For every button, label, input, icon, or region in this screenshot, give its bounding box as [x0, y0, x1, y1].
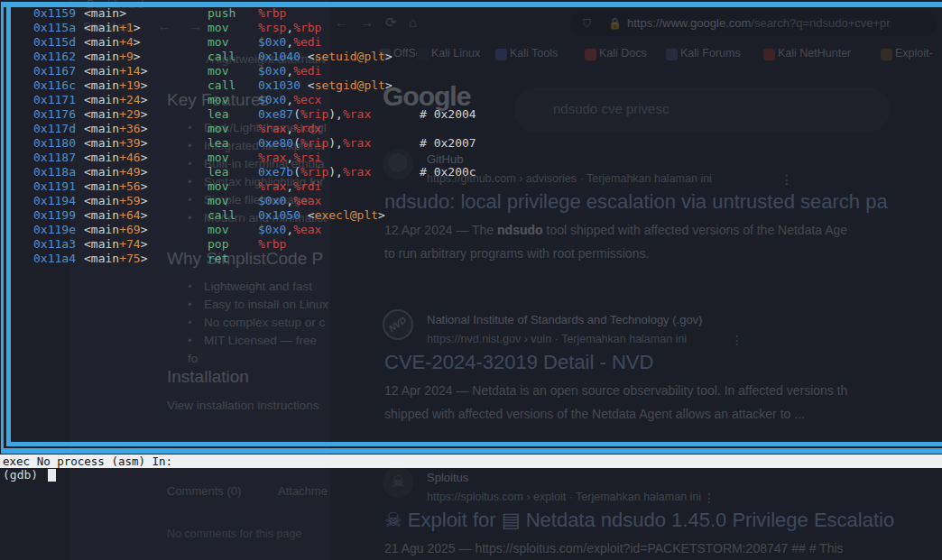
- asm-pane[interactable]: 0x1159<main>push%rbp0x115a<main+1>mov%rs…: [11, 6, 935, 442]
- tui-frame-inner-bottom: [6, 442, 942, 446]
- asm-line: 0x115a<main+1>mov%rsp,%rbp: [11, 21, 935, 35]
- tui-frame-outer-bottom: [1, 448, 942, 454]
- asm-line: 0x1199<main+64>call0x1050 <execl@plt>: [11, 208, 935, 223]
- status-bar: exec No process (asm) In:: [0, 454, 942, 468]
- terminal-cursor: [48, 469, 56, 482]
- asm-line: 0x117d<main+36>mov%rax,%rdx: [11, 122, 935, 136]
- asm-line: 0x116c<main+19>call0x1030 <setgid@plt>: [11, 78, 935, 93]
- asm-line: 0x1187<main+46>mov%rax,%rsi: [11, 151, 935, 165]
- asm-line: 0x1176<main+29>lea0xe87(%rip),%rax# 0x20…: [11, 107, 935, 122]
- status-text: exec No process (asm) In:: [0, 454, 172, 468]
- asm-line: 0x1194<main+59>mov$0x0,%eax: [11, 194, 935, 208]
- asm-line: 0x1171<main+24>mov$0x0,%ecx: [11, 93, 935, 107]
- asm-line: 0x119e<main+69>mov$0x0,%eax: [11, 223, 935, 237]
- asm-line: 0x118a<main+49>lea0xe7b(%rip),%rax# 0x20…: [11, 165, 935, 179]
- asm-line: 0x1191<main+56>mov%rax,%rdi: [11, 179, 935, 194]
- asm-line: 0x11a4<main+75>ret: [11, 252, 935, 266]
- gdb-prompt[interactable]: (gdb): [3, 468, 38, 482]
- tui-frame-outer-left: [1, 2, 4, 454]
- asm-line: 0x1180<main+39>lea0xe80(%rip),%rax# 0x20…: [11, 136, 935, 151]
- asm-line: 0x1162<main+9>call0x1040 <setuid@plt>: [11, 50, 935, 64]
- asm-line: 0x1167<main+14>mov$0x0,%edi: [11, 64, 935, 78]
- screen: Dashboard Site Map ← → A lightweight alt…: [0, 0, 942, 560]
- asm-line: 0x115d<main+4>mov$0x0,%edi: [11, 35, 935, 50]
- asm-line: 0x1159<main>push%rbp: [11, 6, 935, 21]
- asm-line: 0x11a3<main+74>pop%rbp: [11, 237, 935, 252]
